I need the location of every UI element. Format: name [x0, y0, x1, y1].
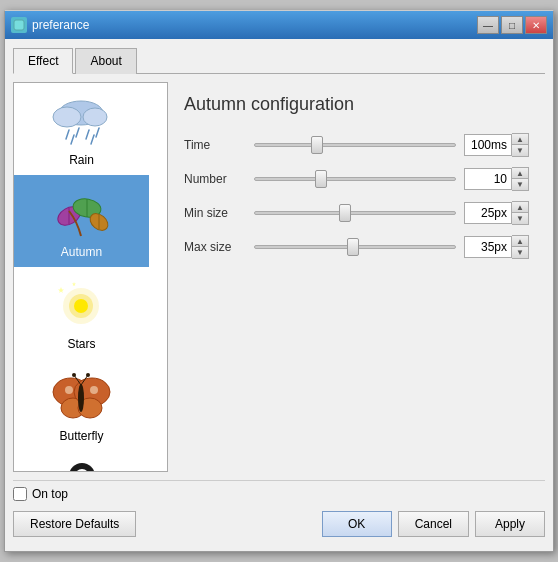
butterfly-label: Butterfly	[59, 429, 103, 443]
number-thumb[interactable]	[315, 170, 327, 188]
min-size-spinner: ▲ ▼	[512, 201, 529, 225]
svg-point-31	[86, 373, 90, 377]
svg-point-18	[74, 299, 88, 313]
svg-point-3	[83, 108, 107, 126]
cancel-button[interactable]: Cancel	[398, 511, 469, 537]
penguin-icon	[47, 459, 117, 471]
min-size-track	[254, 211, 456, 215]
rain-label: Rain	[69, 153, 94, 167]
min-size-input[interactable]	[464, 202, 512, 224]
max-size-value-box: ▲ ▼	[464, 235, 529, 259]
svg-marker-19	[58, 287, 64, 293]
svg-point-29	[72, 373, 76, 377]
restore-defaults-button[interactable]: Restore Defaults	[13, 511, 136, 537]
effects-list[interactable]: Rain	[14, 83, 167, 471]
svg-point-2	[53, 107, 81, 127]
title-buttons: — □ ✕	[477, 16, 547, 34]
time-spinner: ▲ ▼	[512, 133, 529, 157]
time-down-button[interactable]: ▼	[512, 145, 528, 156]
on-top-label[interactable]: On top	[32, 487, 68, 501]
time-up-button[interactable]: ▲	[512, 134, 528, 145]
autumn-label: Autumn	[61, 245, 102, 259]
svg-line-6	[86, 130, 89, 139]
list-item-autumn[interactable]: Autumn	[14, 175, 149, 267]
button-row: Restore Defaults OK Cancel Apply	[13, 511, 545, 537]
number-label: Number	[184, 172, 254, 186]
max-size-track	[254, 245, 456, 249]
content-area: Rain	[13, 82, 545, 472]
ok-button[interactable]: OK	[322, 511, 392, 537]
config-row-max-size: Max size ▲ ▼	[184, 235, 529, 259]
on-top-row: On top	[13, 487, 545, 501]
title-bar-left: preferance	[11, 17, 89, 33]
max-size-thumb[interactable]	[347, 238, 359, 256]
tab-about[interactable]: About	[75, 48, 136, 74]
main-window: preferance — □ ✕ Effect About	[4, 10, 554, 552]
time-label: Time	[184, 138, 254, 152]
stars-label: Stars	[67, 337, 95, 351]
time-track	[254, 143, 456, 147]
close-button[interactable]: ✕	[525, 16, 547, 34]
svg-line-5	[76, 128, 79, 137]
list-item-penguin[interactable]: Penguin	[14, 451, 149, 471]
stars-icon	[47, 275, 117, 335]
config-row-time: Time ▲ ▼	[184, 133, 529, 157]
svg-point-27	[78, 384, 84, 412]
svg-point-26	[90, 386, 98, 394]
list-item-butterfly[interactable]: Butterfly	[14, 359, 149, 451]
maximize-button[interactable]: □	[501, 16, 523, 34]
app-icon	[11, 17, 27, 33]
max-size-down-button[interactable]: ▼	[512, 247, 528, 258]
time-thumb[interactable]	[311, 136, 323, 154]
max-size-up-button[interactable]: ▲	[512, 236, 528, 247]
window-title: preferance	[32, 18, 89, 32]
max-size-input[interactable]	[464, 236, 512, 258]
svg-line-9	[91, 135, 94, 144]
butterfly-icon	[47, 367, 117, 427]
min-size-down-button[interactable]: ▼	[512, 213, 528, 224]
title-bar: preferance — □ ✕	[5, 11, 553, 39]
rain-icon	[47, 91, 117, 151]
max-size-spinner: ▲ ▼	[512, 235, 529, 259]
number-up-button[interactable]: ▲	[512, 168, 528, 179]
window-body: Effect About	[5, 39, 553, 551]
apply-button[interactable]: Apply	[475, 511, 545, 537]
min-size-thumb[interactable]	[339, 204, 351, 222]
svg-line-4	[66, 130, 69, 139]
svg-rect-0	[14, 20, 24, 30]
number-spinner: ▲ ▼	[512, 167, 529, 191]
number-value-box: ▲ ▼	[464, 167, 529, 191]
bottom-left: Restore Defaults	[13, 511, 316, 537]
config-panel: Autumn configuration Time ▲ ▼	[168, 82, 545, 472]
min-size-slider[interactable]	[254, 203, 456, 223]
number-down-button[interactable]: ▼	[512, 179, 528, 190]
time-input[interactable]	[464, 134, 512, 156]
on-top-checkbox[interactable]	[13, 487, 27, 501]
config-title: Autumn configuration	[184, 94, 529, 115]
svg-point-25	[65, 386, 73, 394]
bottom-area: On top Restore Defaults OK Cancel Apply	[13, 480, 545, 543]
effects-list-panel: Rain	[13, 82, 168, 472]
max-size-slider[interactable]	[254, 237, 456, 257]
config-row-min-size: Min size ▲ ▼	[184, 201, 529, 225]
autumn-icon	[47, 183, 117, 243]
max-size-label: Max size	[184, 240, 254, 254]
number-input[interactable]	[464, 168, 512, 190]
min-size-up-button[interactable]: ▲	[512, 202, 528, 213]
config-row-number: Number ▲ ▼	[184, 167, 529, 191]
list-item-rain[interactable]: Rain	[14, 83, 149, 175]
min-size-value-box: ▲ ▼	[464, 201, 529, 225]
list-item-stars[interactable]: Stars	[14, 267, 149, 359]
time-slider[interactable]	[254, 135, 456, 155]
svg-line-7	[96, 128, 99, 137]
minimize-button[interactable]: —	[477, 16, 499, 34]
time-value-box: ▲ ▼	[464, 133, 529, 157]
tab-effect[interactable]: Effect	[13, 48, 73, 74]
svg-line-8	[71, 135, 74, 144]
svg-marker-20	[72, 282, 76, 286]
number-track	[254, 177, 456, 181]
min-size-label: Min size	[184, 206, 254, 220]
number-slider[interactable]	[254, 169, 456, 189]
tab-bar: Effect About	[13, 47, 545, 74]
